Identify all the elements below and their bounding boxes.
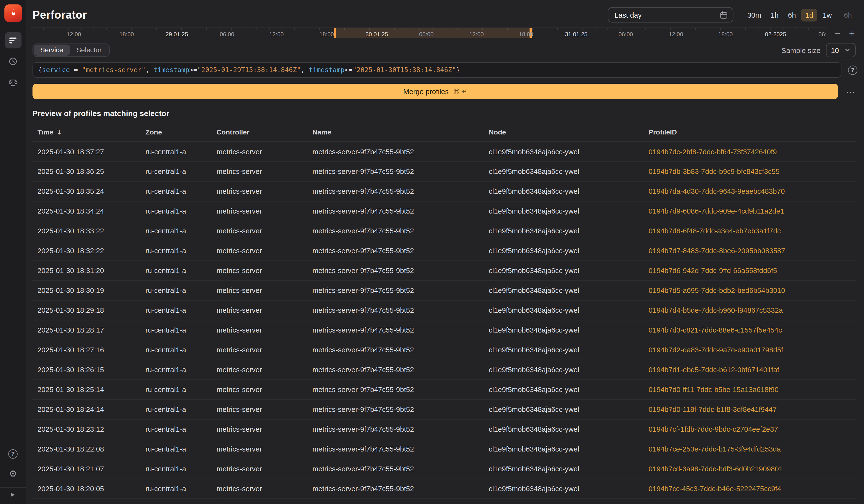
zoom-in-button[interactable]: + — [848, 29, 856, 37]
preset-1w-4[interactable]: 1w — [819, 9, 836, 21]
cell-zone: ru-central1-a — [145, 419, 217, 439]
profile-id-link[interactable]: 0194b7d7-8483-7ddc-8be6-2095bb083587 — [649, 247, 785, 255]
selector-token: timestamp — [154, 66, 189, 74]
preset-1d-3[interactable]: 1d — [801, 9, 817, 21]
cell-profileid: 0194b7d2-da83-7ddc-9a7e-e90a01798d5f — [649, 340, 856, 360]
cell-zone: ru-central1-a — [145, 142, 217, 162]
selector-input[interactable]: {service = "metrics-server", timestamp>=… — [33, 62, 841, 78]
gear-icon: ⚙ — [9, 469, 17, 479]
scales-icon — [8, 77, 18, 87]
settings-button[interactable]: ⚙ — [4, 466, 21, 482]
cell-profileid: 0194b7cd-3a98-7ddc-bdf3-6d0b21909801 — [649, 459, 856, 479]
selector-token: <= — [345, 66, 352, 74]
cell-node: cl1e9f5mob6348aja6cc-ywel — [489, 360, 649, 380]
cell-zone: ru-central1-a — [145, 399, 217, 419]
cell-time: 2025-01-30 18:25:14 — [33, 380, 145, 399]
preset-6h-2[interactable]: 6h — [784, 9, 800, 21]
table-row: 2025-01-30 18:35:24ru-central1-ametrics-… — [33, 181, 856, 201]
profile-id-link[interactable]: 0194b7da-4d30-7ddc-9643-9eaebc483b70 — [649, 187, 785, 195]
sidebar-item-profiles[interactable] — [4, 32, 21, 48]
flame-icon — [8, 8, 18, 18]
cell-node: cl1e9f5mob6348aja6cc-ywel — [489, 419, 649, 439]
profile-id-link[interactable]: 0194b7d1-ebd5-7ddc-b612-0bf671401faf — [649, 366, 779, 374]
profile-id-link[interactable]: 0194b7d9-6086-7ddc-909e-4cd9b11a2de1 — [649, 207, 784, 215]
cell-name: metrics-server-9f7b47c55-9bt52 — [312, 181, 489, 201]
profile-id-link[interactable]: 0194b7d2-da83-7ddc-9a7e-e90a01798d5f — [649, 346, 783, 354]
column-header-time[interactable]: Time ↓ — [33, 124, 145, 142]
profile-id-link[interactable]: 0194b7cd-3a98-7ddc-bdf3-6d0b21909801 — [649, 465, 783, 473]
sample-size-label: Sample size — [781, 46, 820, 54]
cell-name: metrics-server-9f7b47c55-9bt52 — [312, 340, 489, 360]
cell-controller: metrics-server — [217, 181, 312, 201]
timeline-tick-label: 30.01.25 — [365, 30, 388, 37]
column-header-profileid[interactable]: ProfileID — [649, 124, 856, 142]
zoom-out-button[interactable]: − — [833, 29, 842, 37]
profile-id-link[interactable]: 0194b7d4-b5de-7ddc-b960-f94867c5332a — [649, 306, 783, 315]
profile-id-link[interactable]: 0194b7d0-ff11-7ddc-b5be-15a13a618f90 — [649, 385, 779, 394]
tab-service[interactable]: Service — [34, 45, 70, 56]
query-help-button[interactable]: ? — [848, 65, 857, 75]
column-header-zone[interactable]: Zone — [145, 124, 217, 142]
cell-zone: ru-central1-a — [145, 459, 217, 479]
cell-name: metrics-server-9f7b47c55-9bt52 — [312, 300, 489, 320]
cell-controller: metrics-server — [217, 142, 312, 162]
timeline-tick-label: 29.01.25 — [166, 30, 188, 37]
cell-profileid: 0194b7dc-2bf8-7ddc-bf64-73f3742640f9 — [649, 142, 856, 162]
time-range-select[interactable]: Last day — [608, 7, 734, 23]
cell-name: metrics-server-9f7b47c55-9bt52 — [312, 201, 489, 221]
sidebar-item-diff[interactable] — [4, 74, 21, 90]
cell-zone: ru-central1-a — [145, 281, 217, 300]
preset-30m-0[interactable]: 30m — [743, 9, 765, 21]
cell-zone: ru-central1-a — [145, 221, 217, 241]
profile-id-link[interactable]: 0194b7db-3b83-7ddc-b9c9-bfc843cf3c55 — [649, 167, 780, 175]
history-clock-icon — [8, 56, 18, 66]
expand-icon: ▶ — [11, 492, 15, 497]
column-header-node[interactable]: Node — [489, 124, 649, 142]
sidebar-item-history[interactable] — [4, 53, 21, 70]
profile-id-link[interactable]: 0194b7cc-45c3-7ddc-b46e-5222475cc9f4 — [649, 485, 781, 493]
merge-profiles-button[interactable]: Merge profiles ⌘ ↵ — [33, 84, 838, 99]
preset-1h-1[interactable]: 1h — [767, 9, 782, 21]
cell-time: 2025-01-30 18:31:20 — [33, 261, 145, 281]
column-header-name[interactable]: Name — [312, 124, 489, 142]
timeline-tick-label: 12:00 — [67, 30, 81, 37]
more-options-button[interactable]: ⋯ — [844, 87, 857, 96]
preset-6h-5[interactable]: 6h — [840, 9, 856, 21]
tab-selector[interactable]: Selector — [70, 45, 108, 56]
sample-size-select[interactable]: 10 — [826, 43, 856, 57]
timeline-ruler[interactable]: 12:0018:0029.01.2506:0012:0018:0030.01.2… — [31, 27, 827, 38]
cell-node: cl1e9f5mob6348aja6cc-ywel — [489, 340, 649, 360]
selector-token: { — [38, 66, 42, 74]
selector-token: "2025-01-29T15:38:14.846Z" — [197, 66, 301, 74]
profile-id-link[interactable]: 0194b7dc-2bf8-7ddc-bf64-73f3742640f9 — [649, 148, 777, 156]
selector-token: service — [42, 66, 70, 74]
selector-token: , — [301, 66, 309, 74]
perforator-logo[interactable] — [4, 4, 22, 22]
profile-id-link[interactable]: 0194b7d0-118f-7ddc-b1f8-3df8e41f9447 — [649, 405, 777, 414]
cell-time: 2025-01-30 18:30:19 — [33, 281, 145, 300]
table-row: 2025-01-30 18:33:22ru-central1-ametrics-… — [33, 221, 856, 241]
cell-controller: metrics-server — [217, 459, 312, 479]
cell-profileid: 0194b7d3-c821-7ddc-88e6-c1557f5e454c — [649, 320, 856, 340]
profile-id-link[interactable]: 0194b7d6-942d-7ddc-9ffd-66a558fdd6f5 — [649, 267, 777, 275]
cell-name: metrics-server-9f7b47c55-9bt52 — [312, 360, 489, 380]
profile-id-link[interactable]: 0194b7ce-253e-7ddc-b175-3f94dfd253da — [649, 445, 781, 453]
merge-row: Merge profiles ⌘ ↵ ⋯ — [26, 79, 864, 104]
cell-profileid: 0194b7d0-118f-7ddc-b1f8-3df8e41f9447 — [649, 399, 856, 419]
help-button[interactable]: ? — [4, 446, 21, 462]
profile-id-link[interactable]: 0194b7d5-a695-7ddc-bdb2-bed6b54b3010 — [649, 286, 785, 295]
cell-controller: metrics-server — [217, 162, 312, 181]
cell-node: cl1e9f5mob6348aja6cc-ywel — [489, 261, 649, 281]
cell-controller: metrics-server — [217, 201, 312, 221]
sidebar-expand-button[interactable]: ▶ — [0, 488, 26, 501]
profile-id-link[interactable]: 0194b7cf-1fdb-7ddc-9bdc-c2704eef2e37 — [649, 425, 778, 433]
table-row: 2025-01-30 18:31:20ru-central1-ametrics-… — [33, 261, 856, 281]
table-row: 2025-01-30 18:30:19ru-central1-ametrics-… — [33, 281, 856, 300]
profile-id-link[interactable]: 0194b7d3-c821-7ddc-88e6-c1557f5e454c — [649, 326, 782, 334]
profile-id-link[interactable]: 0194b7d8-6f48-7ddc-a3e4-eb7eb3a1f7dc — [649, 227, 781, 235]
selector-token: , — [145, 66, 154, 74]
query-row: {service = "metrics-server", timestamp>=… — [26, 61, 864, 79]
cell-time: 2025-01-30 18:34:24 — [33, 201, 145, 221]
cell-time: 2025-01-30 18:29:18 — [33, 300, 145, 320]
column-header-controller[interactable]: Controller — [217, 124, 312, 142]
